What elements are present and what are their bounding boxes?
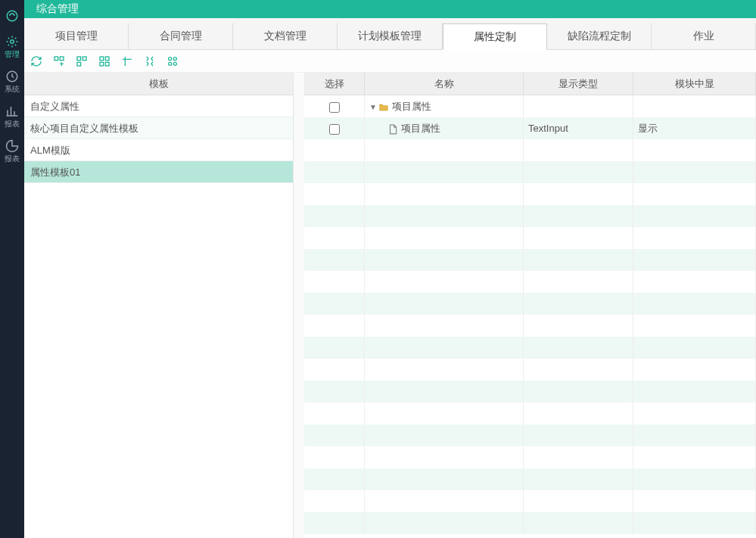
empty-cell: [524, 468, 633, 490]
folder-icon: [378, 101, 392, 112]
empty-cell: [633, 490, 756, 512]
empty-cell: [633, 161, 756, 183]
template-row[interactable]: 属性模板01: [24, 161, 293, 183]
svg-rect-7: [77, 62, 81, 66]
empty-cell: [633, 227, 756, 249]
empty-cell: [304, 359, 365, 381]
clock-icon: [5, 70, 19, 83]
empty-cell: [524, 139, 633, 161]
empty-cell: [365, 183, 524, 205]
tool-btn-3[interactable]: [98, 55, 110, 67]
empty-cell: [524, 337, 633, 359]
tab-bar: 项目管理合同管理文档管理计划模板管理属性定制缺陷流程定制作业: [24, 18, 756, 50]
svg-point-15: [173, 62, 176, 65]
sidebar-item-manage[interactable]: 管理: [0, 29, 24, 64]
empty-cell: [524, 183, 633, 205]
empty-cell: [633, 359, 756, 381]
empty-cell: [524, 227, 633, 249]
empty-cell: [633, 446, 756, 468]
svg-rect-6: [82, 57, 86, 61]
empty-cell: [304, 446, 365, 468]
tab-5[interactable]: 缺陷流程定制: [547, 23, 652, 49]
empty-cell: [524, 293, 633, 315]
empty-cell: [365, 271, 524, 293]
empty-cell: [365, 249, 524, 271]
empty-cell: [365, 139, 524, 161]
svg-point-13: [173, 57, 176, 60]
empty-cell: [524, 315, 633, 337]
template-list: 自定义属性核心项目自定义属性模板ALM模版属性模板01: [24, 95, 293, 538]
row-name: 项目属性: [401, 123, 440, 134]
sidebar-item-logo[interactable]: [0, 3, 24, 29]
empty-cell: [633, 512, 756, 534]
sidebar-item-report2[interactable]: 报表: [0, 133, 24, 168]
refresh-button[interactable]: [30, 55, 42, 67]
sidebar-label: 系统: [5, 85, 20, 94]
sidebar-item-system[interactable]: 系统: [0, 64, 24, 98]
empty-cell: [633, 424, 756, 446]
tab-2[interactable]: 文档管理: [233, 23, 338, 49]
empty-cell: [524, 403, 633, 424]
empty-cell: [365, 424, 524, 446]
tool-btn-6[interactable]: [166, 55, 179, 67]
empty-cell: [365, 161, 524, 183]
empty-cell: [633, 337, 756, 359]
empty-cell: [633, 315, 756, 337]
pie-icon: [5, 139, 19, 153]
empty-cell: [304, 315, 365, 337]
svg-rect-10: [100, 62, 104, 66]
column-header-name: 名称: [365, 73, 524, 95]
left-sidebar: 管理 系统 报表 报表: [0, 0, 24, 538]
tool-btn-4[interactable]: [121, 55, 133, 67]
row-name: 项目属性: [392, 101, 431, 112]
empty-cell: [633, 249, 756, 271]
empty-cell: [304, 161, 365, 183]
empty-cell: [365, 490, 524, 512]
row-checkbox[interactable]: [329, 102, 340, 113]
empty-cell: [524, 512, 633, 534]
empty-cell: [304, 183, 365, 205]
empty-cell: [304, 249, 365, 271]
empty-cell: [524, 271, 633, 293]
tab-1[interactable]: 合同管理: [129, 23, 233, 49]
sidebar-item-report1[interactable]: 报表: [0, 98, 24, 133]
empty-cell: [304, 381, 365, 403]
empty-cell: [304, 468, 365, 490]
row-checkbox[interactable]: [329, 124, 340, 135]
svg-rect-4: [60, 57, 64, 61]
tool-btn-2[interactable]: [76, 55, 88, 67]
empty-cell: [365, 359, 524, 381]
empty-cell: [304, 293, 365, 315]
svg-rect-3: [54, 57, 58, 61]
empty-cell: [304, 227, 365, 249]
select-cell: [304, 95, 365, 117]
empty-cell: [633, 293, 756, 315]
svg-rect-11: [105, 62, 109, 66]
tab-6[interactable]: 作业: [652, 23, 756, 49]
page-title-bar: 综合管理: [24, 0, 756, 18]
empty-cell: [304, 271, 365, 293]
empty-cell: [304, 424, 365, 446]
column-header-select: 选择: [304, 73, 365, 95]
tool-btn-1[interactable]: [53, 55, 65, 67]
name-cell[interactable]: 项目属性: [365, 117, 524, 139]
empty-cell: [304, 490, 365, 512]
template-row[interactable]: 核心项目自定义属性模板: [24, 117, 293, 139]
attribute-panel: 选择名称显示类型模块中显▼项目属性项目属性TextInput显示: [304, 73, 756, 538]
tab-4[interactable]: 属性定制: [443, 23, 547, 50]
select-cell: [304, 117, 365, 139]
template-row[interactable]: 自定义属性: [24, 95, 293, 117]
tree-toggle-icon[interactable]: ▼: [369, 103, 377, 111]
app-logo-icon: [5, 9, 19, 23]
tab-3[interactable]: 计划模板管理: [338, 23, 442, 49]
tool-btn-5[interactable]: [144, 55, 156, 67]
svg-point-0: [7, 11, 17, 21]
template-row[interactable]: ALM模版: [24, 139, 293, 161]
tab-0[interactable]: 项目管理: [24, 23, 129, 49]
moduleshow-cell: [633, 95, 756, 117]
template-panel: 模板 自定义属性核心项目自定义属性模板ALM模版属性模板01: [24, 73, 294, 538]
empty-cell: [304, 205, 365, 227]
template-header: 模板: [24, 73, 293, 95]
name-cell[interactable]: ▼项目属性: [365, 95, 524, 117]
empty-cell: [304, 403, 365, 424]
